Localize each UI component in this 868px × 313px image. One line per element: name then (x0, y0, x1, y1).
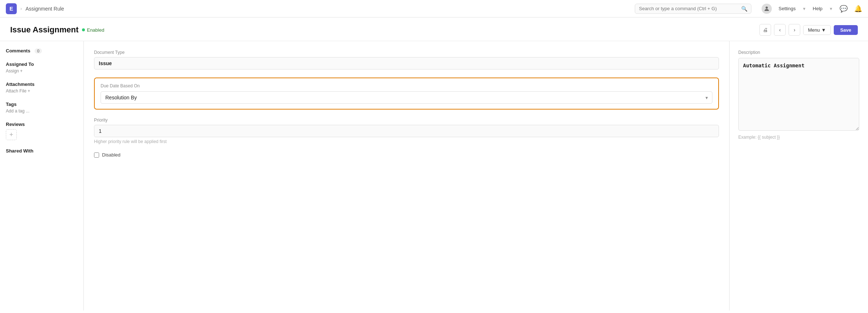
top-navigation: E › Assignment Rule 🔍 Settings ▼ Help ▼ … (0, 0, 868, 17)
description-example: Example: {{ subject }} (738, 135, 859, 140)
form-section: Document Type Due Date Based On Resoluti… (84, 41, 730, 310)
description-label: Description (738, 50, 859, 55)
breadcrumb-label: Assignment Rule (26, 6, 64, 12)
document-type-input[interactable] (94, 57, 719, 70)
priority-label: Priority (94, 118, 719, 123)
due-date-label: Due Date Based On (101, 83, 712, 88)
comments-label: Comments (6, 48, 30, 54)
disabled-row: Disabled (94, 152, 719, 158)
add-review-button[interactable]: + (6, 129, 17, 140)
help-button[interactable]: Help (813, 6, 822, 11)
due-date-select-wrapper: Resolution By Created On Modified On Due… (101, 91, 712, 104)
content-area: Document Type Due Date Based On Resoluti… (84, 41, 868, 310)
status-label: Enabled (87, 27, 104, 33)
header-actions: 🖨 ‹ › Menu ▼ Save (759, 24, 858, 36)
assigned-to-label: Assigned To (6, 62, 78, 67)
app-logo: E (6, 3, 17, 14)
prev-button[interactable]: ‹ (774, 24, 786, 36)
page-header: Issue Assignment Enabled 🖨 ‹ › Menu ▼ Sa… (0, 17, 868, 41)
sidebar: Comments 0 Assigned To Assign + Attachme… (0, 41, 84, 310)
assign-button[interactable]: Assign + (6, 68, 78, 74)
document-type-label: Document Type (94, 50, 719, 55)
priority-field: Priority Higher priority rule will be ap… (94, 118, 719, 144)
breadcrumb-chevron: › (20, 6, 22, 11)
page-title: Issue Assignment (10, 25, 78, 35)
search-input[interactable] (639, 6, 739, 11)
disabled-label: Disabled (102, 152, 121, 158)
attachments-label: Attachments (6, 82, 78, 87)
attach-plus-icon: + (28, 88, 30, 94)
due-date-group: Due Date Based On Resolution By Created … (94, 78, 719, 110)
menu-chevron: ▼ (821, 27, 826, 33)
settings-button[interactable]: Settings (778, 6, 795, 11)
search-icon: 🔍 (741, 6, 747, 12)
description-textarea[interactable]: Automatic Assignment (738, 58, 859, 131)
notification-icon[interactable]: 🔔 (854, 5, 862, 13)
add-tag-button[interactable]: Add a tag ... (6, 108, 78, 114)
assign-plus-icon: + (20, 68, 23, 74)
disabled-checkbox[interactable] (94, 152, 99, 158)
sidebar-tags: Tags Add a tag ... (6, 102, 78, 114)
next-button[interactable]: › (789, 24, 800, 36)
sidebar-reviews: Reviews + (6, 122, 78, 140)
sidebar-comments: Comments 0 (6, 48, 78, 54)
settings-chevron: ▼ (802, 7, 806, 11)
global-search[interactable]: 🔍 (635, 4, 751, 14)
shared-with-label: Shared With (6, 148, 78, 154)
main-layout: Comments 0 Assigned To Assign + Attachme… (0, 41, 868, 310)
status-dot (82, 28, 85, 31)
document-type-field: Document Type (94, 50, 719, 70)
status-badge: Enabled (82, 27, 104, 33)
user-avatar[interactable] (762, 4, 772, 14)
description-section: Description Automatic Assignment Example… (730, 41, 868, 310)
priority-hint: Higher priority rule will be applied fir… (94, 139, 719, 144)
save-button[interactable]: Save (834, 25, 858, 35)
nav-actions: Settings ▼ Help ▼ 💬 🔔 (762, 4, 862, 14)
tags-label: Tags (6, 102, 78, 107)
priority-input[interactable] (94, 125, 719, 137)
attach-file-button[interactable]: Attach File + (6, 88, 78, 94)
menu-button[interactable]: Menu ▼ (803, 25, 830, 35)
sidebar-assigned-to: Assigned To Assign + (6, 62, 78, 74)
sidebar-attachments: Attachments Attach File + (6, 82, 78, 94)
chat-icon[interactable]: 💬 (840, 5, 848, 13)
due-date-select[interactable]: Resolution By Created On Modified On Due… (101, 91, 712, 104)
comments-count: 0 (35, 48, 42, 54)
reviews-label: Reviews (6, 122, 78, 127)
sidebar-shared-with: Shared With (6, 148, 78, 154)
svg-point-0 (766, 7, 768, 9)
help-chevron: ▼ (829, 7, 833, 11)
print-button[interactable]: 🖨 (759, 24, 771, 36)
